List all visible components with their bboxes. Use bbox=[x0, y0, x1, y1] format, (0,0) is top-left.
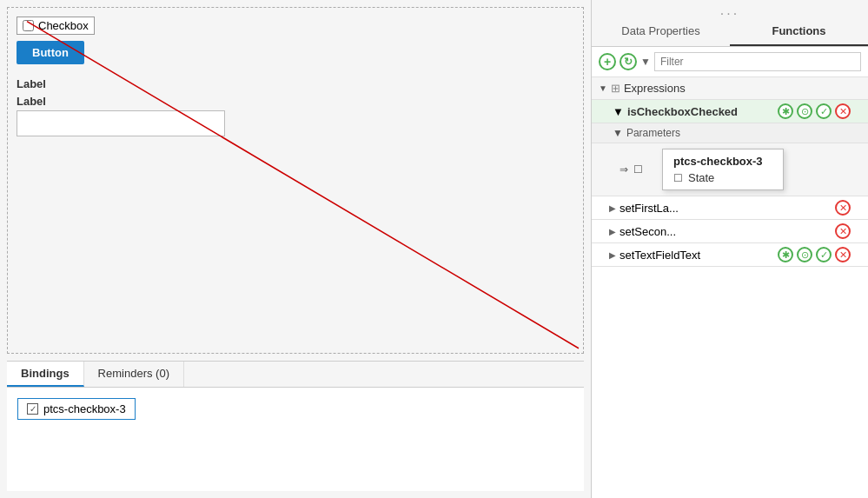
setFirstLabel-label: setFirstLa... bbox=[620, 202, 832, 215]
tooltip-item-doc-icon: ☐ bbox=[673, 172, 683, 184]
binding-item[interactable]: ✓ ptcs-checkbox-3 bbox=[17, 398, 136, 420]
binding-checkbox-icon: ✓ bbox=[27, 403, 38, 415]
right-top-separator: ... bbox=[592, 0, 868, 17]
checkbox-widget[interactable]: Checkbox bbox=[17, 17, 95, 35]
tree-item-setSecond: ▶ setSecon... ✕ bbox=[592, 220, 868, 243]
param-arrow-icon: ⇒ bbox=[620, 163, 628, 176]
bottom-content: ✓ ptcs-checkbox-3 bbox=[7, 388, 584, 430]
svg-line-0 bbox=[27, 22, 579, 349]
bottom-tabs: Bindings Reminders (0) bbox=[7, 362, 584, 388]
setFirstLabel-chevron: ▶ bbox=[609, 203, 616, 213]
right-toolbar: + ↻ ▼ bbox=[592, 47, 868, 77]
setSecond-label: setSecon... bbox=[620, 225, 832, 238]
tooltip-item-label: State bbox=[688, 171, 714, 184]
function-delete-btn[interactable]: ✕ bbox=[835, 103, 851, 119]
tab-reminders[interactable]: Reminders (0) bbox=[84, 362, 184, 387]
function-edit-btn[interactable]: ✓ bbox=[816, 103, 832, 119]
function-icons: ✱ ⊙ ✓ ✕ bbox=[778, 103, 851, 119]
param-doc-icon: ☐ bbox=[633, 163, 643, 176]
label-widget-2: Label bbox=[17, 95, 46, 108]
function-chevron: ▼ bbox=[613, 105, 624, 118]
tooltip-item: ☐ State bbox=[673, 171, 772, 184]
widget-container: Checkbox Button Label Label bbox=[8, 8, 583, 353]
parameters-chevron: ▼ bbox=[613, 127, 623, 139]
filter-input[interactable] bbox=[654, 52, 861, 71]
checkbox-input[interactable] bbox=[23, 20, 34, 31]
label-widget-1: Label bbox=[17, 77, 46, 90]
connector-line bbox=[8, 8, 583, 353]
expressions-header: ▼ ⊞ Expressions bbox=[592, 77, 868, 100]
setTextFieldText-add-btn[interactable]: ✱ bbox=[778, 247, 793, 262]
setFirstLabel-delete-btn[interactable]: ✕ bbox=[835, 200, 851, 216]
refresh-icon[interactable]: ↻ bbox=[620, 53, 637, 70]
tree-section: ▼ ⊞ Expressions ▼ isCheckboxChecked ✱ ⊙ … bbox=[592, 77, 868, 498]
canvas-panel: Checkbox Button Label Label Bindings Rem… bbox=[0, 0, 591, 498]
binding-label: ptcs-checkbox-3 bbox=[43, 402, 126, 415]
setSecond-chevron: ▶ bbox=[609, 227, 616, 236]
setTextFieldText-chevron: ▶ bbox=[609, 250, 616, 260]
setSecond-delete-btn[interactable]: ✕ bbox=[835, 223, 851, 239]
setTextFieldText-share-btn[interactable]: ⊙ bbox=[797, 247, 812, 262]
tab-functions[interactable]: Functions bbox=[730, 17, 868, 46]
tree-item-setTextFieldText: ▶ setTextFieldText ✱ ⊙ ✓ ✕ bbox=[592, 243, 868, 267]
right-tabs: Data Properties Functions bbox=[592, 17, 868, 47]
function-item-isCheckboxChecked: ▼ isCheckboxChecked ✱ ⊙ ✓ ✕ bbox=[592, 100, 868, 123]
tooltip-title: ptcs-checkbox-3 bbox=[673, 155, 772, 168]
setTextFieldText-label: setTextFieldText bbox=[620, 249, 774, 262]
textfield-widget[interactable] bbox=[17, 110, 225, 136]
bottom-panel: Bindings Reminders (0) ✓ ptcs-checkbox-3 bbox=[7, 361, 584, 491]
add-icon[interactable]: + bbox=[599, 53, 616, 70]
function-add-btn[interactable]: ✱ bbox=[778, 103, 793, 119]
canvas-area: Checkbox Button Label Label bbox=[7, 7, 584, 354]
expressions-label: Expressions bbox=[624, 82, 686, 95]
param-row-inner: ⇒ ☐ ptcs-checkbox-3 ☐ State bbox=[599, 147, 861, 192]
setTextFieldText-delete-btn[interactable]: ✕ bbox=[835, 247, 851, 262]
expressions-chevron: ▼ bbox=[599, 83, 607, 93]
expressions-icon: ⊞ bbox=[611, 82, 620, 95]
tooltip-box: ptcs-checkbox-3 ☐ State bbox=[662, 149, 784, 190]
tab-bindings[interactable]: Bindings bbox=[7, 362, 84, 387]
parameters-header: ▼ Parameters bbox=[592, 123, 868, 143]
setTextFieldText-edit-btn[interactable]: ✓ bbox=[816, 247, 832, 262]
filter-icon: ▼ bbox=[640, 56, 651, 68]
function-share-btn[interactable]: ⊙ bbox=[797, 103, 812, 119]
parameter-row: ⇒ ☐ ptcs-checkbox-3 ☐ State bbox=[592, 143, 868, 196]
right-panel: ... Data Properties Functions + ↻ ▼ ▼ ⊞ … bbox=[591, 0, 868, 498]
setTextFieldText-icons: ✱ ⊙ ✓ ✕ bbox=[778, 247, 851, 262]
parameters-label: Parameters bbox=[626, 127, 680, 139]
button-widget[interactable]: Button bbox=[17, 41, 84, 64]
tab-data-properties[interactable]: Data Properties bbox=[592, 17, 730, 46]
function-label: isCheckboxChecked bbox=[627, 105, 774, 118]
checkbox-label: Checkbox bbox=[38, 19, 89, 32]
tree-item-setFirstLabel: ▶ setFirstLa... ✕ bbox=[592, 196, 868, 220]
